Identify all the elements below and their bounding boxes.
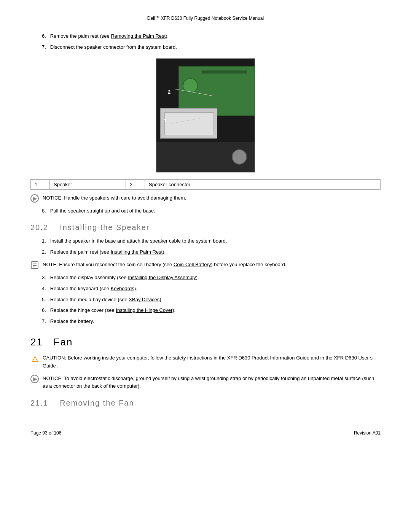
section-21-heading: 21 Fan [30, 336, 381, 348]
callout-label-2: 2 [168, 89, 170, 95]
footer-revision: Revision A01 [354, 430, 381, 436]
hinge-cover-link[interactable]: Installing the Hinge Cover [116, 307, 172, 313]
pcb-strip [202, 70, 247, 73]
coin-cell [232, 149, 247, 165]
note-text: NOTE: Ensure that you reconnect the coin… [43, 261, 286, 269]
bottom-chassis [156, 142, 255, 172]
step7-num: 7. [42, 44, 46, 50]
notice2-text: NOTICE: To avoid electrostatic discharge… [43, 375, 381, 391]
install-step7-text: Replace the battery. [50, 318, 94, 324]
install-step6-end: ). [172, 307, 175, 313]
section-211-heading: 21.1 Removing the Fan [30, 399, 381, 407]
install-step-2: 2. Replace the palm rest (see Installing… [42, 248, 381, 256]
parts-table: 1 Speaker 2 Speaker connector [30, 179, 381, 190]
section-21-title: Fan [54, 336, 73, 348]
section-21-num: 21 [30, 336, 43, 348]
notice-speakers: ▶ NOTICE: Handle the speakers with care … [30, 194, 381, 203]
speaker-inner [164, 112, 214, 135]
diagram-container: 2 1 [30, 58, 381, 173]
step6-num: 6. [42, 33, 46, 39]
row2-num: 2 [126, 179, 145, 189]
row2-label: Speaker connector [145, 179, 381, 189]
callout-label-1: 1 [164, 118, 167, 123]
install-step2-end: ). [162, 249, 166, 255]
speaker-component [160, 108, 217, 139]
step-7-disconnect-speaker: 7. Disconnect the speaker connector from… [42, 43, 381, 51]
caution-text: CAUTION: Before working inside your comp… [43, 354, 381, 370]
install-step3-end: ). [196, 275, 199, 280]
header-tm: TM [155, 15, 159, 19]
coin-cell-battery-link[interactable]: Coin-Cell Battery [174, 262, 211, 267]
caution-box: △ CAUTION: Before working inside your co… [30, 354, 381, 370]
install-step5-text: Replace the media bay device (see [50, 297, 129, 302]
removing-palm-rest-link[interactable]: Removing the Palm Rest [111, 33, 166, 39]
notice-text: NOTICE: Handle the speakers with care to… [43, 194, 186, 202]
install-step-3: 3. Replace the display assembly (see Ins… [42, 274, 381, 282]
note-prefix: NOTE: Ensure that you reconnect the coin… [43, 262, 174, 267]
header-subtitle: XFR D630 Fully Rugged Notebook Service M… [159, 16, 264, 21]
step-8-pull-speaker: 8. Pull the speaker straight up and out … [42, 207, 381, 215]
install-step-6: 6. Replace the hinge cover (see Installi… [42, 307, 381, 315]
page-footer: Page 93 of 106 Revision A01 [30, 430, 381, 436]
section-202-num: 20.2 [30, 223, 48, 232]
notebook-diagram: 2 1 [156, 58, 255, 173]
note-icon [30, 261, 39, 269]
footer-page: Page 93 of 106 [30, 430, 61, 436]
svg-rect-0 [31, 262, 38, 268]
section-211-num: 21.1 [30, 399, 48, 407]
page-header: DellTM XFR D630 Fully Rugged Notebook Se… [30, 15, 381, 21]
install-step-5: 5. Replace the media bay device (see XBa… [42, 296, 381, 304]
header-brand: Dell [147, 16, 155, 21]
step8-num: 8. [42, 208, 46, 214]
table-row-1: 1 Speaker 2 Speaker connector [31, 179, 381, 189]
note-coin-cell: NOTE: Ensure that you reconnect the coin… [30, 261, 381, 269]
install-step-7: 7. Replace the battery. [42, 318, 381, 326]
installing-display-link[interactable]: Installing the Display Assembly [128, 275, 196, 280]
step6-text: Remove the palm rest (see [50, 33, 111, 39]
section-211-title: Removing the Fan [60, 399, 134, 407]
install-step-4: 4. Replace the keyboard (see Keyboards). [42, 285, 381, 293]
install-step2-text: Replace the palm rest (see [50, 249, 111, 255]
install-step4-text: Replace the keyboard (see [50, 286, 111, 291]
install-step6-text: Replace the hinge cover (see [50, 307, 116, 313]
xbay-devices-link[interactable]: XBay Devices [129, 297, 159, 302]
install-step5-end: ). [159, 297, 162, 302]
install-step4-end: ). [134, 286, 137, 291]
notice-icon-2: ▶ [30, 375, 39, 383]
note-suffix: ) before you replace the keyboard. [211, 262, 286, 267]
step7-text: Disconnect the speaker connector from th… [50, 44, 177, 50]
install-step3-text: Replace the display assembly (see [50, 275, 128, 280]
keyboards-link[interactable]: Keyboards [111, 286, 134, 291]
caution-icon: △ [30, 354, 39, 363]
row1-num: 1 [31, 179, 50, 189]
step8-text: Pull the speaker straight up and out of … [50, 208, 155, 214]
section-202-title: Installing the Speaker [60, 223, 150, 232]
install-step1-text: Install the speaker in the base and atta… [50, 238, 227, 244]
row1-label: Speaker [50, 179, 126, 189]
note-svg-icon [31, 261, 38, 269]
installing-palm-rest-link[interactable]: Installing the Palm Rest [111, 249, 163, 255]
notice-electrostatic: ▶ NOTICE: To avoid electrostatic dischar… [30, 375, 381, 391]
notice-icon: ▶ [30, 194, 39, 203]
section-202-heading: 20.2 Installing the Speaker [30, 223, 381, 232]
install-step-1: 1. Install the speaker in the base and a… [42, 237, 381, 245]
step-6-remove-palm-rest: 6. Remove the palm rest (see Removing th… [42, 32, 381, 40]
step6-end: ). [166, 33, 169, 39]
